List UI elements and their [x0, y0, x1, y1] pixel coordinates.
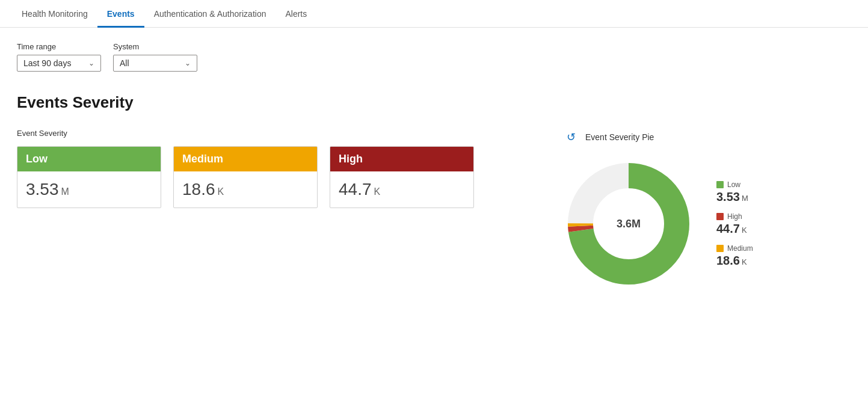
system-chevron-icon: ⌄: [185, 59, 191, 67]
tab-events[interactable]: Events: [97, 2, 144, 28]
time-range-filter: Time range Last 90 days ⌄: [17, 42, 101, 72]
system-filter: System All ⌄: [113, 42, 197, 72]
nav-tabs: Health Monitoring Events Authentication …: [0, 0, 868, 28]
card-header-low: Low: [17, 147, 161, 171]
time-range-select[interactable]: Last 90 days ⌄: [17, 55, 101, 72]
card-unit-low: M: [61, 186, 69, 197]
pie-legend: Low 3.53M High 44.7K: [716, 180, 753, 268]
severity-card-medium: Medium 18.6K: [173, 146, 318, 208]
event-severity-label: Event Severity: [17, 129, 474, 138]
donut-chart: 3.6M: [562, 158, 695, 290]
card-body-high: 44.7K: [330, 171, 473, 208]
legend-value-low: 3.53M: [716, 190, 753, 204]
pie-header: ↺ Event Severity Pie: [562, 129, 654, 146]
filters-row: Time range Last 90 days ⌄ System All ⌄: [17, 42, 851, 72]
legend-item-high: High 44.7K: [716, 212, 753, 236]
right-section: ↺ Event Severity Pie: [562, 129, 851, 290]
pie-container: 3.6M Low 3.53M: [562, 158, 753, 290]
legend-value-medium: 18.6K: [716, 254, 753, 268]
tab-alerts[interactable]: Alerts: [275, 2, 316, 28]
legend-label-high: High: [727, 212, 742, 221]
severity-cards-row: Low 3.53M Medium 18.6K High 44.7K: [17, 146, 474, 208]
tab-auth[interactable]: Authentication & Authorization: [144, 2, 276, 28]
donut-center-label: 3.6M: [617, 218, 641, 230]
tab-health-monitoring[interactable]: Health Monitoring: [12, 2, 97, 28]
legend-item-low: Low 3.53M: [716, 180, 753, 204]
legend-label-low: Low: [727, 180, 740, 189]
card-header-high: High: [330, 147, 473, 171]
main-content: Time range Last 90 days ⌄ System All ⌄ E…: [0, 28, 868, 304]
card-unit-high: K: [374, 186, 381, 197]
card-value-high: 44.7: [339, 180, 372, 199]
severity-card-high: High 44.7K: [330, 146, 474, 208]
system-value: All: [120, 58, 129, 68]
card-unit-medium: K: [218, 186, 224, 197]
legend-color-high: [716, 213, 724, 220]
legend-label-medium: Medium: [727, 244, 753, 253]
card-body-medium: 18.6K: [174, 171, 317, 208]
legend-value-high: 44.7K: [716, 222, 753, 236]
card-header-medium: Medium: [174, 147, 317, 171]
section-title: Events Severity: [17, 93, 851, 112]
pie-chart-title: Event Severity Pie: [585, 132, 654, 142]
card-value-low: 3.53: [26, 180, 59, 199]
pie-refresh-button[interactable]: ↺: [562, 129, 579, 146]
widgets-row: Event Severity Low 3.53M Medium 18.6K: [17, 129, 851, 290]
system-label: System: [113, 42, 197, 51]
time-range-chevron-icon: ⌄: [88, 59, 94, 67]
legend-item-medium: Medium 18.6K: [716, 244, 753, 268]
time-range-value: Last 90 days: [23, 58, 71, 68]
legend-color-low: [716, 181, 724, 188]
card-value-medium: 18.6: [182, 180, 215, 199]
legend-color-medium: [716, 245, 724, 252]
card-body-low: 3.53M: [17, 171, 161, 208]
left-section: Event Severity Low 3.53M Medium 18.6K: [17, 129, 474, 208]
time-range-label: Time range: [17, 42, 101, 51]
severity-card-low: Low 3.53M: [17, 146, 161, 208]
system-select[interactable]: All ⌄: [113, 55, 197, 72]
